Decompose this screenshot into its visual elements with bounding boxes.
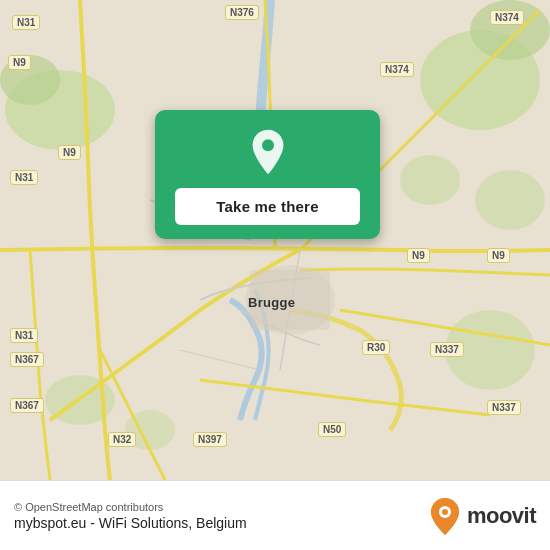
road-label-r30: R30	[362, 340, 390, 355]
moovit-logo: moovit	[429, 497, 536, 535]
road-label-n397: N397	[193, 432, 227, 447]
moovit-pin-icon	[429, 497, 461, 535]
road-label-n9-left: N9	[8, 55, 31, 70]
svg-point-5	[400, 155, 460, 205]
take-me-there-button[interactable]: Take me there	[175, 188, 360, 225]
svg-point-4	[470, 0, 550, 60]
location-card[interactable]: Take me there	[155, 110, 380, 239]
svg-point-6	[475, 170, 545, 230]
footer-left: © OpenStreetMap contributors mybspot.eu …	[14, 501, 247, 531]
site-name: mybspot.eu - WiFi Solutions, Belgium	[14, 515, 247, 531]
road-label-n9-far-right: N9	[487, 248, 510, 263]
location-pin-icon	[244, 128, 292, 176]
road-label-n337: N337	[430, 342, 464, 357]
svg-point-14	[442, 509, 448, 515]
road-label-n50: N50	[318, 422, 346, 437]
road-label-n32: N32	[108, 432, 136, 447]
road-label-n337-bottom: N337	[487, 400, 521, 415]
road-label-n367-left: N367	[10, 352, 44, 367]
road-label-n374: N374	[380, 62, 414, 77]
road-label-n9-mid: N9	[58, 145, 81, 160]
road-label-n374-top: N374	[490, 10, 524, 25]
road-label-n31-top: N31	[12, 15, 40, 30]
footer: © OpenStreetMap contributors mybspot.eu …	[0, 480, 550, 550]
svg-point-12	[262, 139, 274, 151]
road-label-n31-mid: N31	[10, 170, 38, 185]
moovit-text: moovit	[467, 503, 536, 529]
osm-credit: © OpenStreetMap contributors	[14, 501, 247, 513]
road-label-n367-bottom: N367	[10, 398, 44, 413]
map-container: N31 N9 N9 N31 N376 N374 N374 N9 N9 N31 N…	[0, 0, 550, 480]
road-label-n31-bottom: N31	[10, 328, 38, 343]
city-label-brugge: Brugge	[248, 295, 295, 310]
road-label-n376: N376	[225, 5, 259, 20]
road-label-n9-right: N9	[407, 248, 430, 263]
